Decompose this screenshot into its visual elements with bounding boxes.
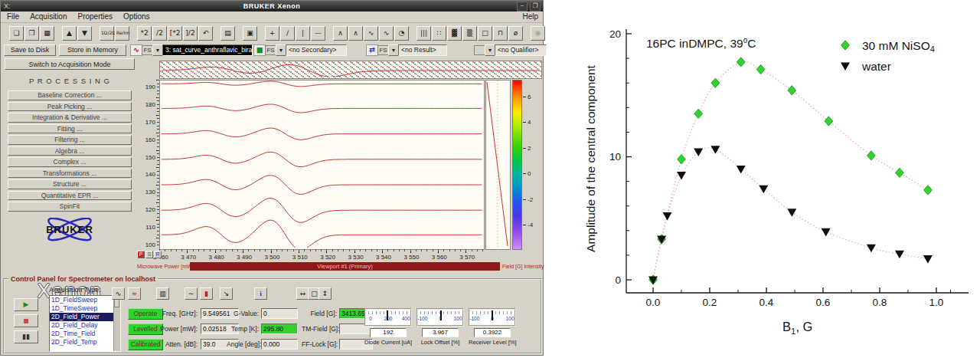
toolbar-toggle-re-im-icon[interactable]: Re/Im	[115, 26, 129, 41]
viewport-p-button[interactable]: P	[137, 251, 145, 258]
qualifier-dropdown-arrow[interactable]: ▼	[485, 44, 495, 56]
toolbar-vertical-line-tool-icon[interactable]: |	[296, 26, 310, 41]
menu-item-properties[interactable]: Properties	[77, 12, 113, 21]
toolbar-histogram-icon[interactable]: ▓	[447, 26, 462, 41]
intensity-profile-panel[interactable]	[485, 80, 511, 250]
store-in-memory-button[interactable]: Store in Memory ...	[59, 44, 126, 56]
processing-structure[interactable]: Structure ...	[8, 179, 132, 189]
cp-modulation-icon[interactable]: ∼	[185, 287, 198, 300]
cp-fit-height-icon[interactable]: ↕	[318, 287, 332, 300]
y-tick-label: 120	[137, 206, 155, 213]
toolbar-expand-x2-icon[interactable]: [*2	[168, 26, 182, 41]
transport-run-button[interactable]: ▶	[14, 298, 38, 311]
x-tick-label: 3 490	[237, 254, 252, 261]
acquisition-type-2d-time-field[interactable]: 2D_Time_Field	[50, 330, 113, 338]
field-value-temp-k[interactable]: 295.80	[261, 324, 298, 334]
y-tick-label: 130	[137, 189, 155, 195]
field-label-temp-k: Temp [K]:	[227, 325, 259, 333]
cp-noise-tuning-icon[interactable]: ≈	[128, 287, 141, 300]
qualifier-combo[interactable]: <no Qualifier>	[495, 44, 547, 56]
cp-signal-icon[interactable]: ∿	[112, 287, 125, 300]
menu-item-acquisition[interactable]: Acquisition	[30, 12, 67, 21]
field-value-g-value[interactable]: 0	[261, 308, 298, 319]
toolbar-undo-scale-icon[interactable]: ↶	[198, 26, 213, 41]
result-dropdown-arrow[interactable]: ▼	[388, 44, 399, 56]
acquisition-type-list[interactable]: 1D_FieldSweep1D_TimeSweep2D_Field_Power2…	[49, 295, 121, 352]
toolbar-toggle-1d-2d-icon[interactable]: 1D/2D	[100, 26, 114, 41]
processing-complex[interactable]: Complex ...	[8, 157, 132, 167]
cp-temperature-icon[interactable]: ▮	[200, 287, 213, 300]
processing-integration-derivative[interactable]: Integration & Derivative ...	[8, 113, 132, 123]
toolbar-dataset-table-icon[interactable]: ▦	[40, 26, 54, 41]
acquisition-type-1d-fieldsweep[interactable]: 1D_FieldSweep	[50, 296, 113, 304]
processing-peak-picking[interactable]: Peak Picking ...	[8, 102, 132, 112]
processing-filtering[interactable]: Filtering ...	[8, 135, 132, 145]
acquisition-type-2d-field-power[interactable]: 2D_Field_Power	[50, 313, 113, 321]
viewport-s-button[interactable]: S	[145, 251, 153, 258]
result-fs-toggle[interactable]: FS	[377, 45, 389, 55]
toolbar-histogram-2-icon[interactable]: ▒	[462, 26, 477, 41]
result-dataset-combo[interactable]: <no Result>	[398, 44, 447, 56]
toolbar-step-tool-icon[interactable]: ⊓	[493, 26, 508, 41]
toolbar-import-file-icon[interactable]: ❐	[24, 26, 39, 41]
field-value-angle-deg[interactable]: 0.000	[261, 339, 298, 350]
processing-quantitative-epr[interactable]: Quantitative EPR ...	[8, 191, 132, 201]
toolbar-multiply-2-icon[interactable]: *2	[137, 26, 152, 41]
menu-item-options[interactable]: Options	[123, 12, 149, 21]
toolbar-crosshair-tool-icon[interactable]: +	[265, 26, 279, 41]
acquisition-type-2d-field-temp[interactable]: 2D_Field_Temp	[50, 338, 113, 347]
processing-transformations[interactable]: Transformations ...	[8, 169, 132, 179]
menu-item-help[interactable]: Help	[522, 12, 538, 21]
toolbar-rect-zoom-icon[interactable]: □	[478, 26, 492, 41]
secondary-strip-plot[interactable]	[159, 61, 542, 79]
viewport-r-button[interactable]: R	[154, 251, 162, 258]
toolbar-divide-2-icon[interactable]: /2	[152, 26, 167, 41]
secondary-dataset-combo[interactable]: <no Secondary>	[286, 44, 347, 56]
processing-fitting[interactable]: Fitting ...	[8, 124, 132, 134]
toolbar-empty-set-icon[interactable]: ø	[508, 26, 523, 41]
cp-info-icon[interactable]: i	[254, 287, 267, 300]
transport-stop-button[interactable]: ◼	[14, 314, 38, 327]
toolbar-report-icon[interactable]: ▣	[243, 26, 257, 41]
processing-baseline-correction[interactable]: Baseline Correction ...	[8, 90, 132, 100]
maximize-button[interactable]: ❐	[530, 2, 541, 11]
primary-dropdown-arrow[interactable]: ▼	[152, 44, 163, 56]
toolbar-derivative-tool-2-icon[interactable]: ∿	[379, 26, 394, 41]
cp-goto-position-icon[interactable]: ↘	[220, 287, 233, 300]
toolbar-horizontal-line-tool-icon[interactable]: —	[311, 26, 325, 41]
gauge-face: -1000100	[416, 308, 464, 327]
transport-pause-button[interactable]: ▮▮	[14, 330, 38, 343]
primary-dataset-combo[interactable]: 3: sat_curve_anthraflavic_birad	[162, 44, 253, 56]
acquisition-type-2d-field-delay[interactable]: 2D_Field_Delay	[50, 321, 113, 330]
toolbar-fill-bucket-icon[interactable]: ◔	[394, 26, 409, 41]
acquisition-type-1d-timesweep[interactable]: 1D_TimeSweep	[50, 304, 113, 313]
field-label-tm-field-g: TM-Field [G]:	[302, 325, 337, 333]
toolbar-scale-up-icon[interactable]: ▲	[62, 26, 77, 41]
toolbar-dots-tool-icon[interactable]: ∷	[432, 26, 446, 41]
gauge-label: Receiver Level [%]	[469, 339, 516, 346]
secondary-fs-toggle[interactable]: FS	[265, 45, 276, 55]
toolbar-slope-tool-icon[interactable]: ∕	[280, 26, 295, 41]
x-tick-label: 3 570	[459, 254, 475, 261]
minimize-button[interactable]: −	[517, 2, 528, 11]
y-axis-ticks	[156, 80, 159, 248]
toolbar-peak-tool-icon[interactable]: ∧	[333, 26, 348, 41]
menu-item-file[interactable]: File	[7, 12, 19, 21]
primary-plot-area[interactable]	[159, 80, 485, 250]
toolbar-scale-down-icon[interactable]: ▼	[77, 26, 92, 41]
toolbar-derivative-tool-icon[interactable]: ∿	[364, 26, 378, 41]
window-titlebar[interactable]: X: BRUKER Xenon −❐	[1, 1, 543, 11]
cp-resonator-icon[interactable]: ▥	[156, 287, 169, 300]
processing-spinfit[interactable]: SpinFit	[8, 202, 132, 212]
list-scrollbar[interactable]	[113, 296, 120, 351]
toolbar-shrink-x2-icon[interactable]: ]/2	[183, 26, 198, 41]
switch-acquisition-mode-button[interactable]: Switch to Acquisition Mode	[5, 58, 135, 70]
save-to-disk-button[interactable]: Save to Disk ...	[4, 44, 56, 56]
toolbar-bars-tool-icon[interactable]: |||	[416, 26, 431, 41]
toolbar-open-file-icon[interactable]: ❏	[9, 26, 24, 41]
primary-fs-toggle[interactable]: FS	[142, 45, 153, 55]
toolbar-peak-tool-2-icon[interactable]: ∧	[348, 26, 363, 41]
toolbar-print-icon[interactable]: ▤	[220, 26, 235, 41]
processing-algebra[interactable]: Algebra ...	[8, 146, 132, 156]
secondary-dropdown-arrow[interactable]: ▼	[276, 44, 286, 56]
